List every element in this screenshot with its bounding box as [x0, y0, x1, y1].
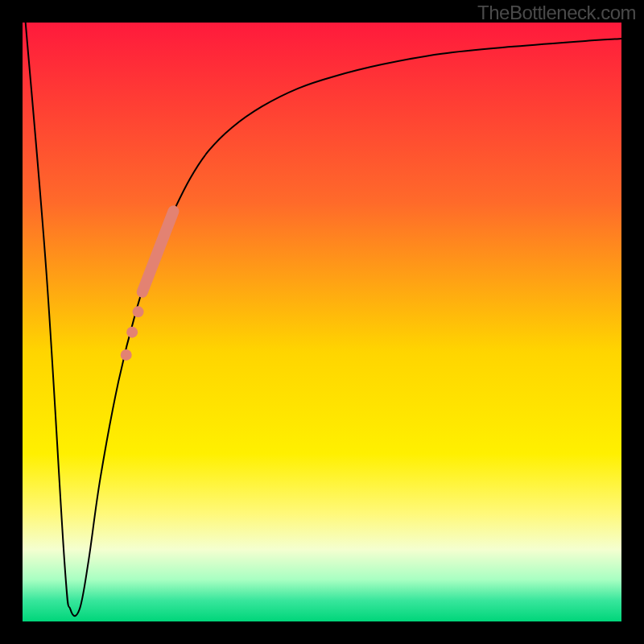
gradient-background [23, 23, 621, 621]
chart-frame: TheBottleneck.com [0, 0, 644, 644]
highlight-dots-pt [126, 327, 138, 338]
highlight-dots-pt [133, 306, 144, 317]
highlight-dots-pt [121, 349, 132, 361]
watermark-text: TheBottleneck.com [477, 2, 636, 24]
plot-area [23, 23, 621, 621]
chart-svg [23, 23, 621, 621]
